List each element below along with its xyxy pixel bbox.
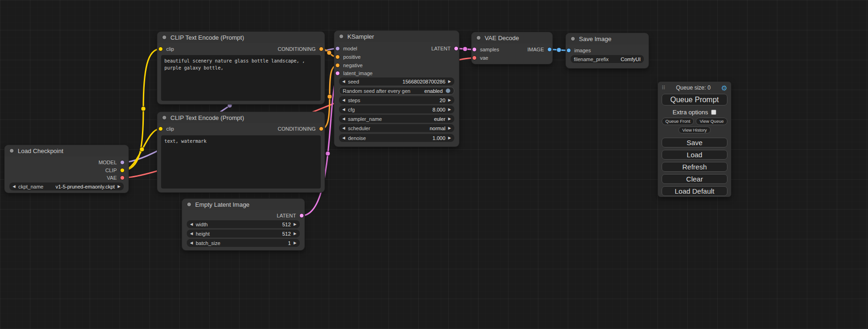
decrement-arrow-icon[interactable]: ◀	[342, 98, 345, 102]
widget-value[interactable]: 1.000	[432, 135, 445, 141]
widget-value[interactable]: 512	[282, 231, 290, 237]
node-title-bar[interactable]: CLIP Text Encode (Prompt)	[157, 32, 325, 43]
widget-value[interactable]: 512	[282, 222, 290, 227]
node-load-checkpoint[interactable]: Load Checkpoint MODEL CLIP VAE ◀ ckpt_na…	[5, 145, 128, 193]
node-empty-latent-image[interactable]: Empty Latent Image LATENT ◀ width 512 ▶ …	[182, 199, 304, 250]
collapse-dot-icon[interactable]	[9, 148, 14, 153]
node-title-bar[interactable]: VAE Decode	[472, 32, 552, 43]
widget-value[interactable]: ComfyUI	[621, 56, 641, 62]
clear-button[interactable]: Clear	[662, 174, 727, 184]
images-input-port[interactable]	[566, 48, 571, 53]
increment-arrow-icon[interactable]: ▶	[448, 136, 451, 140]
positive-prompt-input[interactable]: beautiful scenery nature glass bottle la…	[161, 55, 321, 101]
conditioning-output-port[interactable]	[319, 47, 324, 51]
collapse-dot-icon[interactable]	[162, 35, 167, 40]
decrement-arrow-icon[interactable]: ◀	[342, 117, 345, 121]
load-default-button[interactable]: Load Default	[662, 186, 727, 196]
clip-input-port[interactable]	[158, 126, 163, 131]
increment-arrow-icon[interactable]: ▶	[294, 223, 296, 226]
seed-widget[interactable]: ◀ seed 156680208700286 ▶	[339, 77, 454, 85]
save-button[interactable]: Save	[662, 138, 727, 147]
ckpt-name-widget[interactable]: ◀ ckpt_name v1-5-pruned-emaonly.ckpt ▶	[9, 182, 124, 190]
node-title-bar[interactable]: Load Checkpoint	[5, 145, 128, 156]
image-output-port[interactable]	[547, 47, 552, 52]
latent-image-input-port[interactable]	[335, 71, 340, 76]
widget-value[interactable]: euler	[434, 116, 445, 122]
cfg-widget[interactable]: ◀ cfg 8.000 ▶	[339, 105, 454, 113]
decrement-arrow-icon[interactable]: ◀	[342, 108, 345, 112]
filename-prefix-widget[interactable]: filename_prefix ComfyUI	[571, 55, 644, 63]
node-title-bar[interactable]: CLIP Text Encode (Prompt)	[157, 112, 325, 123]
widget-value[interactable]: 8.000	[432, 107, 445, 112]
width-widget[interactable]: ◀ width 512 ▶	[187, 220, 300, 228]
conditioning-output-port[interactable]	[319, 126, 324, 131]
latent-output-port[interactable]	[299, 213, 304, 218]
increment-arrow-icon[interactable]: ▶	[448, 108, 451, 112]
node-save-image[interactable]: Save Image images filename_prefix ComfyU…	[566, 33, 649, 68]
increment-arrow-icon[interactable]: ▶	[294, 241, 296, 245]
model-output-port[interactable]	[120, 160, 125, 165]
latent-output-port[interactable]	[454, 46, 459, 51]
negative-input-port[interactable]	[335, 63, 340, 68]
random-seed-toggle[interactable]: Random seed after every gen enabled	[339, 87, 454, 95]
node-ksampler[interactable]: KSampler model positive negative latent_…	[334, 31, 459, 147]
view-queue-button[interactable]: View Queue	[696, 118, 727, 125]
collapse-dot-icon[interactable]	[339, 34, 344, 39]
decrement-arrow-icon[interactable]: ◀	[190, 232, 193, 236]
widget-value[interactable]: enabled	[424, 88, 443, 94]
node-vae-decode[interactable]: VAE Decode samples vae IMAGE	[472, 32, 552, 64]
increment-arrow-icon[interactable]: ▶	[294, 232, 296, 236]
vae-input-port[interactable]	[472, 56, 477, 60]
sampler-name-widget[interactable]: ◀ sampler_name euler ▶	[339, 115, 454, 123]
widget-value[interactable]: 156680208700286	[402, 79, 445, 84]
collapse-dot-icon[interactable]	[476, 35, 481, 40]
queue-prompt-button[interactable]: Queue Prompt	[662, 94, 727, 105]
refresh-button[interactable]: Refresh	[662, 162, 727, 172]
decrement-arrow-icon[interactable]: ◀	[342, 80, 345, 84]
increment-arrow-icon[interactable]: ▶	[448, 80, 451, 84]
steps-widget[interactable]: ◀ steps 20 ▶	[339, 96, 454, 104]
view-history-button[interactable]: View History	[678, 126, 711, 134]
node-clip-text-encode-negative[interactable]: CLIP Text Encode (Prompt) clip CONDITION…	[157, 112, 325, 192]
collapse-dot-icon[interactable]	[187, 202, 191, 207]
queue-front-button[interactable]: Queue Front	[662, 118, 694, 125]
increment-arrow-icon[interactable]: ▶	[448, 126, 451, 130]
collapse-dot-icon[interactable]	[571, 36, 575, 41]
collapse-dot-icon[interactable]	[162, 115, 167, 120]
decrement-arrow-icon[interactable]: ◀	[13, 185, 15, 189]
widget-value[interactable]: v1-5-pruned-emaonly.ckpt	[56, 184, 115, 189]
widget-label: width	[196, 222, 208, 227]
batch-size-widget[interactable]: ◀ batch_size 1 ▶	[187, 239, 300, 247]
output-label: VAE	[107, 175, 117, 181]
drag-handle-icon[interactable]: ⠿	[662, 85, 665, 91]
increment-arrow-icon[interactable]: ▶	[448, 98, 451, 102]
height-widget[interactable]: ◀ height 512 ▶	[187, 230, 300, 238]
increment-arrow-icon[interactable]: ▶	[118, 185, 120, 189]
negative-prompt-input[interactable]: text, watermark	[161, 135, 321, 189]
settings-gear-icon[interactable]: ⚙	[721, 84, 727, 91]
extra-options-checkbox[interactable]	[711, 110, 716, 115]
model-input-port[interactable]	[335, 46, 340, 51]
widget-value[interactable]: 20	[440, 98, 445, 103]
widget-value[interactable]: normal	[430, 126, 445, 131]
widget-value[interactable]: 1	[288, 240, 291, 246]
decrement-arrow-icon[interactable]: ◀	[342, 136, 345, 140]
decrement-arrow-icon[interactable]: ◀	[190, 223, 193, 226]
load-button[interactable]: Load	[662, 150, 727, 160]
increment-arrow-icon[interactable]: ▶	[448, 117, 451, 121]
toggle-knob[interactable]	[445, 88, 451, 93]
denoise-widget[interactable]: ◀ denoise 1.000 ▶	[339, 134, 454, 142]
clip-output-port[interactable]	[120, 168, 125, 173]
scheduler-widget[interactable]: ◀ scheduler normal ▶	[339, 124, 454, 132]
node-clip-text-encode-positive[interactable]: CLIP Text Encode (Prompt) clip CONDITION…	[157, 32, 325, 104]
node-title-bar[interactable]: KSampler	[334, 31, 459, 42]
decrement-arrow-icon[interactable]: ◀	[190, 241, 193, 245]
graph-canvas[interactable]: Load Checkpoint MODEL CLIP VAE ◀ ckpt_na…	[0, 0, 868, 329]
node-title-bar[interactable]: Save Image	[566, 33, 649, 44]
decrement-arrow-icon[interactable]: ◀	[342, 126, 345, 130]
clip-input-port[interactable]	[158, 47, 163, 51]
node-title-bar[interactable]: Empty Latent Image	[182, 199, 304, 210]
vae-output-port[interactable]	[120, 175, 125, 180]
samples-input-port[interactable]	[472, 47, 477, 52]
positive-input-port[interactable]	[335, 55, 340, 59]
